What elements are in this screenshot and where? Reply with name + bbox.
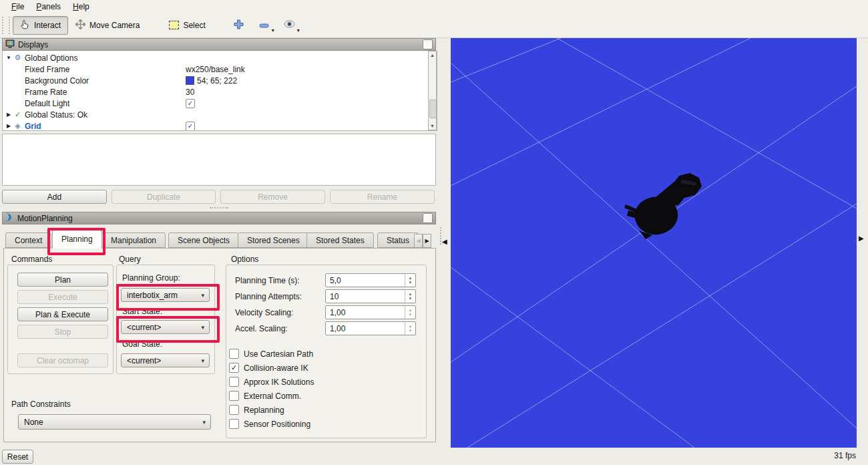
velocity-scaling-value: 1,00 (326, 308, 345, 317)
displays-panel-header[interactable]: Displays (2, 38, 436, 51)
tree-item-label: Background Color (25, 76, 89, 86)
scrollbar-down-icon[interactable]: ▼ (429, 124, 436, 128)
rename-display-button[interactable]: Rename (330, 190, 435, 204)
collision-aware-ik-checkbox[interactable]: ✓ (229, 363, 239, 373)
plan-button[interactable]: Plan (17, 273, 108, 287)
3d-viewport[interactable] (451, 38, 857, 448)
displays-scrollbar[interactable]: ▲ ▼ (428, 51, 437, 130)
use-cartesian-path-checkbox[interactable] (229, 349, 239, 359)
tab-status[interactable]: Status (377, 232, 419, 248)
start-state-combo[interactable]: <current> ▾ (121, 320, 210, 334)
replanning-checkbox[interactable] (229, 405, 239, 415)
tab-stored-scenes[interactable]: Stored Scenes (238, 232, 309, 248)
velocity-scaling-spinbox[interactable]: 1,00 ▲▼ (325, 305, 416, 319)
tab-scene-objects[interactable]: Scene Objects (168, 232, 239, 248)
option-label: Replanning (244, 406, 284, 415)
use-cartesian-path-option[interactable]: Use Cartesian Path (229, 349, 313, 359)
collision-aware-ik-option[interactable]: ✓ Collision-aware IK (229, 363, 308, 373)
spin-down-icon[interactable]: ▼ (409, 329, 413, 333)
replanning-option[interactable]: Replanning (229, 405, 284, 415)
tab-scroll-right-button[interactable]: ▶ (423, 234, 431, 248)
motionplanning-close-button[interactable] (423, 213, 433, 223)
planning-attempts-spinbox[interactable]: 10 ▲▼ (325, 289, 416, 303)
sensor-positioning-checkbox[interactable] (229, 419, 239, 429)
spin-up-icon[interactable]: ▲ (409, 292, 413, 297)
tree-row-frame-rate[interactable]: Frame Rate 30 (3, 86, 427, 98)
external-comm-option[interactable]: External Comm. (229, 391, 301, 401)
planning-time-value: 5,0 (326, 276, 341, 285)
tree-row-fixed-frame[interactable]: Fixed Frame wx250/base_link (3, 63, 427, 75)
expand-closed-icon[interactable]: ▶ (5, 112, 13, 118)
options-group-label: Options (231, 255, 258, 264)
fixed-frame-value[interactable]: wx250/base_link (186, 65, 245, 74)
background-color-value[interactable]: 54; 65; 222 (186, 76, 237, 86)
spin-up-icon[interactable]: ▲ (409, 324, 413, 329)
remove-tool-button[interactable]: ▾ (256, 17, 273, 34)
tab-stored-states[interactable]: Stored States (306, 232, 374, 248)
tab-context[interactable]: Context (5, 232, 51, 248)
approx-ik-solutions-checkbox[interactable] (229, 377, 239, 387)
stop-button[interactable]: Stop (17, 325, 108, 339)
tree-row-background-color[interactable]: Background Color 54; 65; 222 (3, 75, 427, 86)
toolbar-drag-handle[interactable] (2, 17, 10, 34)
planning-time-spinbox[interactable]: 5,0 ▲▼ (325, 273, 416, 287)
interact-tool-button[interactable]: Interact (13, 16, 68, 35)
dropdown-caret-icon: ▾ (272, 28, 274, 33)
scrollbar-up-icon[interactable]: ▲ (429, 53, 436, 57)
path-constraints-combo[interactable]: None ▾ (18, 414, 211, 430)
sensor-positioning-option[interactable]: Sensor Positioning (229, 419, 310, 429)
tree-item-label: Grid (25, 122, 41, 131)
spin-up-icon[interactable]: ▲ (409, 308, 413, 313)
reset-button[interactable]: Reset (2, 450, 33, 464)
tab-manipulation[interactable]: Manipulation (101, 232, 166, 248)
menu-help[interactable]: Help (67, 1, 95, 12)
dropdown-caret-icon: ▾ (297, 28, 300, 33)
visibility-tool-button[interactable]: ▾ (281, 17, 298, 34)
goal-state-combo[interactable]: <current> ▾ (121, 353, 210, 367)
default-light-checkbox[interactable]: ✓ (186, 99, 195, 108)
tree-row-global-status[interactable]: ▶ ✓ Global Status: Ok (3, 109, 427, 120)
motionplanning-panel-header[interactable]: MotionPlanning (2, 212, 436, 224)
spin-down-icon[interactable]: ▼ (409, 297, 413, 301)
collapse-left-arrow[interactable]: ◀ (442, 238, 447, 245)
tab-scroll-left-button[interactable]: ◀ (414, 234, 423, 248)
clear-octomap-button[interactable]: Clear octomap (17, 353, 108, 367)
move-camera-tool-button[interactable]: Move Camera (68, 16, 147, 35)
spin-down-icon[interactable]: ▼ (409, 313, 413, 317)
scroll-left-icon: ◀ (416, 238, 420, 244)
add-display-button[interactable]: Add (2, 190, 107, 204)
plan-and-execute-button[interactable]: Plan & Execute (17, 307, 108, 321)
execute-button[interactable]: Execute (17, 290, 108, 304)
panel-splitter-handle[interactable] (210, 207, 228, 211)
planning-attempts-label: Planning Attempts: (235, 292, 302, 301)
accel-scaling-spinbox[interactable]: 1,00 ▲▼ (325, 321, 416, 335)
menu-panels[interactable]: Panels (30, 1, 67, 12)
tree-row-global-options[interactable]: ▼ ⚙ Global Options (3, 52, 427, 63)
external-comm-checkbox[interactable] (229, 391, 239, 401)
frame-rate-value[interactable]: 30 (186, 88, 194, 97)
grid-checkbox[interactable]: ✓ (186, 122, 195, 131)
planning-group-combo[interactable]: interbotix_arm ▾ (121, 288, 210, 302)
start-state-label: Start State: (122, 307, 162, 316)
spin-down-icon[interactable]: ▼ (409, 281, 413, 285)
select-tool-button[interactable]: Select (162, 16, 212, 35)
tree-row-default-light[interactable]: Default Light ✓ (3, 98, 427, 109)
displays-close-button[interactable] (423, 39, 433, 49)
add-tool-button[interactable] (230, 17, 248, 34)
planning-group-label: Planning Group: (122, 273, 180, 283)
tab-planning[interactable]: Planning (52, 230, 102, 249)
expand-open-icon[interactable]: ▼ (5, 55, 13, 61)
tree-row-grid[interactable]: ▶ ◈ Grid ✓ (3, 120, 427, 131)
menu-bar: File Panels Help (0, 0, 868, 13)
scrollbar-thumb[interactable] (429, 100, 437, 118)
remove-display-button[interactable]: Remove (220, 190, 325, 204)
approx-ik-solutions-option[interactable]: Approx IK Solutions (229, 377, 314, 387)
spin-up-icon[interactable]: ▲ (409, 276, 413, 281)
duplicate-display-button[interactable]: Duplicate (112, 190, 216, 204)
expand-closed-icon[interactable]: ▶ (5, 123, 13, 129)
collapse-right-arrow[interactable]: ▶ (859, 235, 864, 242)
menu-file[interactable]: File (5, 1, 30, 12)
fps-counter: 31 fps (795, 451, 856, 460)
path-constraints-label: Path Constraints (11, 400, 71, 409)
color-swatch (186, 76, 194, 85)
